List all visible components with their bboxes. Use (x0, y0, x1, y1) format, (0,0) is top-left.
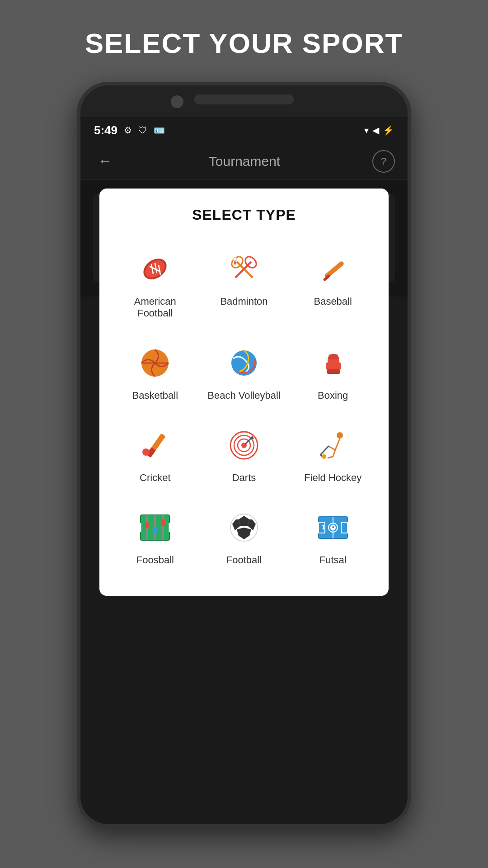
svg-rect-19 (326, 362, 341, 370)
field-hockey-icon (313, 425, 353, 466)
svg-line-36 (322, 446, 328, 453)
cricket-icon (135, 425, 175, 466)
phone-screen: 5:49 ⚙ 🛡 🪪 ▾ ◀ ⚡ ← Tournament ? Nam Tou (80, 117, 408, 824)
badminton-icon (224, 249, 264, 289)
svg-point-17 (231, 350, 257, 376)
basketball-icon (135, 343, 175, 383)
darts-label: Darts (232, 472, 256, 484)
sport-item-badminton[interactable]: Badminton (202, 241, 286, 326)
foosball-label: Foosball (136, 554, 174, 566)
baseball-icon (313, 249, 353, 289)
svg-rect-43 (145, 522, 149, 528)
svg-line-32 (335, 439, 340, 450)
svg-rect-21 (328, 354, 338, 359)
futsal-icon: 1 (313, 507, 353, 548)
sport-item-american-football[interactable]: American Football (113, 241, 197, 326)
background-content: Nam Tou 0/24 SELECT TYPE (80, 179, 408, 297)
svg-point-31 (337, 432, 343, 439)
american-football-label: American Football (117, 296, 193, 319)
sport-item-cricket[interactable]: Cricket (113, 418, 197, 491)
wifi-icon: ▾ (364, 125, 369, 136)
back-button[interactable]: ← (93, 148, 117, 174)
card-icon: 🪪 (154, 125, 165, 136)
sport-item-darts[interactable]: Darts (202, 418, 286, 491)
football-label: Football (226, 554, 262, 566)
beach-volleyball-label: Beach Volleyball (207, 390, 280, 401)
sports-grid: American Football (113, 241, 375, 573)
select-type-modal: SELECT TYPE (99, 189, 389, 596)
status-time: 5:49 (94, 123, 117, 137)
baseball-label: Baseball (314, 296, 352, 307)
settings-icon: ⚙ (124, 125, 132, 136)
field-hockey-label: Field Hockey (304, 472, 361, 484)
modal-overlay: SELECT TYPE (80, 179, 408, 297)
signal-icon: ◀ (372, 125, 379, 136)
status-bar: 5:49 ⚙ 🛡 🪪 ▾ ◀ ⚡ (80, 117, 408, 143)
svg-rect-20 (327, 369, 340, 374)
foosball-icon (135, 507, 175, 548)
beach-volleyball-icon (224, 343, 264, 383)
svg-line-7 (237, 262, 252, 277)
sport-item-football[interactable]: Football (202, 500, 286, 573)
svg-point-37 (322, 454, 326, 459)
svg-text:1: 1 (322, 524, 325, 531)
boxing-icon (313, 343, 353, 383)
page-title: SELECT YOUR SPORT (85, 27, 404, 59)
sport-item-futsal[interactable]: 1 Futsal (291, 500, 375, 573)
sport-item-field-hockey[interactable]: Field Hockey (291, 418, 375, 491)
svg-point-8 (233, 257, 237, 261)
svg-point-24 (142, 448, 150, 456)
app-bar: ← Tournament ? (80, 143, 408, 179)
darts-icon (224, 425, 264, 466)
phone-camera (171, 95, 183, 108)
football-icon (224, 507, 264, 548)
modal-title: SELECT TYPE (113, 207, 375, 223)
cricket-label: Cricket (140, 472, 170, 484)
svg-line-12 (236, 262, 251, 277)
svg-line-35 (328, 457, 333, 458)
sport-item-basketball[interactable]: Basketball (113, 335, 197, 409)
sport-item-foosball[interactable]: Foosball (113, 500, 197, 573)
futsal-label: Futsal (319, 554, 347, 566)
basketball-label: Basketball (132, 390, 178, 401)
help-button[interactable]: ? (372, 150, 395, 173)
svg-line-33 (328, 446, 335, 450)
boxing-label: Boxing (318, 390, 348, 401)
svg-line-10 (235, 261, 236, 264)
app-bar-title: Tournament (209, 154, 280, 169)
battery-icon: ⚡ (383, 125, 394, 136)
american-football-icon (135, 249, 175, 289)
shield-icon: 🛡 (138, 125, 147, 136)
svg-line-34 (333, 450, 335, 457)
badminton-label: Badminton (220, 296, 267, 307)
phone-frame: 5:49 ⚙ 🛡 🪪 ▾ ◀ ⚡ ← Tournament ? Nam Tou (77, 82, 411, 828)
svg-rect-44 (153, 527, 157, 533)
sport-item-baseball[interactable]: Baseball (291, 241, 375, 326)
sport-item-beach-volleyball[interactable]: Beach Volleyball (202, 335, 286, 409)
sport-item-boxing[interactable]: Boxing (291, 335, 375, 409)
svg-rect-45 (161, 519, 165, 526)
